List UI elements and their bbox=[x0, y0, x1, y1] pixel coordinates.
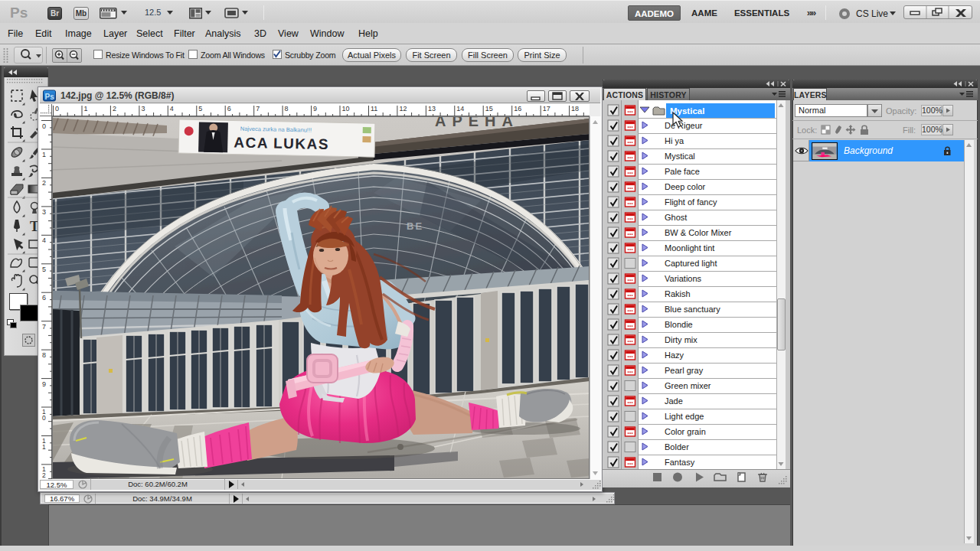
svg-text:Blondie: Blondie bbox=[665, 320, 693, 329]
svg-text:Variations: Variations bbox=[665, 274, 702, 283]
svg-text:Flight of fancy: Flight of fancy bbox=[665, 197, 717, 207]
svg-text:Hazy: Hazy bbox=[665, 350, 684, 360]
svg-text:BW & Color Mixer: BW & Color Mixer bbox=[665, 228, 732, 237]
svg-text:6: 6 bbox=[42, 294, 46, 302]
svg-text:ACA LUKAS: ACA LUKAS bbox=[234, 135, 329, 153]
svg-text:Captured light: Captured light bbox=[665, 259, 717, 268]
svg-text:Bolder: Bolder bbox=[665, 442, 689, 452]
svg-text:Ghost: Ghost bbox=[665, 213, 687, 222]
svg-text:Green mixer: Green mixer bbox=[665, 381, 711, 390]
svg-text:Rakish: Rakish bbox=[665, 289, 691, 298]
svg-text:9: 9 bbox=[42, 380, 46, 388]
svg-text:APEHA: APEHA bbox=[435, 116, 519, 129]
svg-text:Color grain: Color grain bbox=[665, 427, 706, 436]
svg-text:7: 7 bbox=[256, 105, 260, 112]
svg-text:2: 2 bbox=[42, 471, 46, 479]
svg-text:17: 17 bbox=[543, 105, 550, 112]
svg-text:14: 14 bbox=[456, 105, 464, 112]
svg-text:Fantasy: Fantasy bbox=[665, 458, 695, 467]
svg-text:16: 16 bbox=[514, 105, 521, 112]
svg-text:0: 0 bbox=[42, 414, 46, 422]
svg-text:9: 9 bbox=[313, 105, 317, 112]
svg-text:8: 8 bbox=[42, 351, 46, 359]
svg-text:0: 0 bbox=[55, 105, 59, 112]
svg-text:Mystical: Mystical bbox=[665, 152, 695, 161]
svg-text:4: 4 bbox=[42, 236, 46, 244]
svg-text:12: 12 bbox=[399, 105, 407, 112]
svg-text:Blue sanctuary: Blue sanctuary bbox=[665, 305, 720, 314]
svg-text:13: 13 bbox=[428, 105, 436, 112]
svg-text:11: 11 bbox=[371, 105, 377, 112]
svg-text:15: 15 bbox=[485, 105, 493, 112]
svg-text:Deep color: Deep color bbox=[665, 182, 706, 191]
svg-text:1: 1 bbox=[42, 443, 46, 451]
svg-text:8: 8 bbox=[285, 105, 289, 112]
svg-text:Ps: Ps bbox=[45, 93, 55, 101]
svg-text:18: 18 bbox=[571, 105, 579, 112]
svg-text:6: 6 bbox=[227, 105, 231, 112]
svg-text:10: 10 bbox=[342, 105, 350, 112]
svg-text:5: 5 bbox=[198, 105, 202, 112]
svg-text:1: 1 bbox=[42, 151, 46, 158]
svg-text:Moonlight tint: Moonlight tint bbox=[665, 243, 714, 253]
svg-text:0: 0 bbox=[42, 122, 46, 130]
svg-text:Jade: Jade bbox=[665, 396, 683, 406]
svg-text:Pale face: Pale face bbox=[665, 167, 700, 176]
svg-text:3: 3 bbox=[141, 105, 145, 112]
svg-text:1: 1 bbox=[84, 105, 88, 112]
svg-text:2: 2 bbox=[113, 105, 116, 112]
svg-text:7: 7 bbox=[42, 323, 46, 331]
svg-text:Pearl gray: Pearl gray bbox=[665, 366, 704, 375]
svg-text:Dirty mix: Dirty mix bbox=[665, 335, 697, 344]
svg-text:Light edge: Light edge bbox=[665, 412, 704, 421]
svg-text:BE: BE bbox=[407, 220, 423, 232]
svg-text:3: 3 bbox=[42, 208, 46, 216]
svg-text:2: 2 bbox=[42, 179, 46, 187]
svg-text:5: 5 bbox=[42, 266, 46, 273]
svg-text:4: 4 bbox=[170, 105, 174, 112]
svg-text:Hi ya: Hi ya bbox=[665, 136, 684, 145]
